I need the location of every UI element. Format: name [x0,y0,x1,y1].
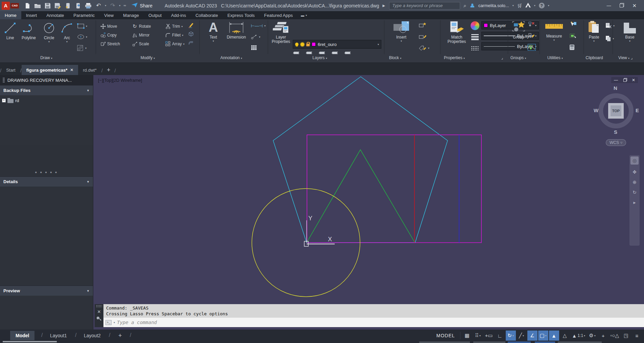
explode-icon[interactable] [188,31,194,36]
palette-splitter[interactable]: ● ● ● ● ● [0,170,93,176]
wcs-menu[interactable]: WCS ▽ [606,139,626,146]
save-icon[interactable] [44,2,51,9]
open-from-mobile-icon[interactable] [74,2,82,9]
tab-collaborate[interactable]: Collaborate [191,11,223,19]
copy-button[interactable]: Copy [100,32,132,38]
panel-label-utilities[interactable]: Utilities ▾ [547,55,563,60]
file-tab-close-icon[interactable]: ✕ [70,68,73,72]
osnap-icon[interactable]: ▢▾ [538,330,548,341]
stretch-button[interactable]: Stretch [100,41,132,47]
ortho-icon[interactable]: ∟ [495,330,505,341]
table-tool[interactable] [251,45,257,50]
hatch-tool[interactable]: ▾ [77,45,87,51]
autodesk-a-icon[interactable] [525,3,531,9]
group-button[interactable]: Group [510,21,527,40]
layer-properties-button[interactable]: Layer Properties [270,21,291,44]
command-grip-icon[interactable] [96,305,102,307]
group-selection-toggle[interactable] [528,44,535,50]
preview-collapse-icon[interactable]: ▼ [87,289,90,293]
panel-label-layers[interactable]: Layers ▾ [312,55,327,60]
save-to-mobile-icon[interactable] [64,2,72,9]
panel-label-clipboard[interactable]: Clipboard [586,55,603,60]
otrack-icon[interactable]: ∠ [527,330,538,341]
panel-label-draw[interactable]: Draw ▾ [40,55,52,60]
insert-button[interactable]: Insert▾ [389,21,413,43]
linear-dimension-tool[interactable]: ⊢—⊣▾ [251,23,266,28]
grid-icon[interactable]: ▦ [462,330,472,341]
minimize-button[interactable]: — [606,3,611,8]
tab-featured-apps[interactable]: Featured Apps [259,11,297,19]
fillet-button[interactable]: Fillet▾ [165,32,191,38]
annotation-autoscale-icon[interactable]: △ [560,330,570,341]
tab-annotate[interactable]: Annotate [42,11,69,19]
viewcube-south[interactable]: S [614,129,617,135]
match-properties-button[interactable]: Match Properties [444,21,470,44]
help-icon[interactable]: ? [539,3,545,8]
new-layout-button[interactable]: + [113,331,127,340]
linetype-icon[interactable] [471,46,479,50]
group-edit-tool[interactable] [528,33,535,38]
autocad-logo[interactable]: A [2,2,10,10]
steering-wheel-icon[interactable]: ◎ [630,156,639,165]
rectangle-tool[interactable]: ▾ [77,23,87,29]
command-history[interactable]: Command: _SAVEAS Crossing Lasso Press Sp… [103,304,644,318]
calculator-tool[interactable] [569,44,575,50]
orbit-icon[interactable]: ↻ [633,190,637,195]
leader-tool[interactable]: ▾ [251,34,260,40]
viewcube-west[interactable]: W [594,107,598,113]
tab-addins[interactable]: Add-ins [166,11,191,19]
scale-button[interactable]: Scale [132,41,165,47]
new-tab-button[interactable]: + [103,67,115,74]
viewport-controls[interactable]: [−][Top][2D Wireframe] [98,78,142,83]
user-avatar-icon[interactable]: 👤︎ [470,3,475,8]
tab-view[interactable]: View [99,11,118,19]
dwg-close-button[interactable]: ✕ [632,78,635,82]
tab-home[interactable]: Home [0,11,21,19]
layout1-tab[interactable]: Layout1 [45,331,72,340]
panel-label-view[interactable]: View ▾ ⌟ [618,55,633,60]
layer-on-icon[interactable] [295,43,299,46]
array-button[interactable]: Array▾ [165,41,191,47]
preview-header[interactable]: Preview ▼ [0,286,93,296]
layer-unlock-icon[interactable] [306,44,310,46]
share-button[interactable]: Share [140,3,152,8]
lineweight-icon[interactable] [471,34,479,40]
properties-dialog-launcher-icon[interactable]: ⌟ [501,55,503,60]
annotation-scale-icon[interactable]: ▲1:1▾ [571,330,587,341]
circle-button[interactable]: Circle▾ [41,21,57,43]
workspace-gear-icon[interactable]: ⚙▾ [587,330,597,341]
file-tab-active[interactable]: figura geometricas* ✕ [22,65,78,75]
path-expand-icon[interactable]: ▶ [383,4,385,7]
drawing-canvas[interactable]: Y X [−][Top][2D Wireframe] — ✕ N S W E T… [93,75,644,329]
trim-button[interactable]: Trim▾ [165,24,191,29]
block-edit-tool[interactable] [419,33,427,40]
select-similar-tool[interactable] [569,33,577,39]
erase-icon[interactable] [188,22,194,28]
close-button[interactable]: ✕ [632,3,637,9]
panel-label-annotation[interactable]: Annotation ▾ [220,55,242,60]
isodraft-icon[interactable]: ╱▾ [517,330,527,341]
command-input-row[interactable]: >_ ▾ [103,318,644,327]
tab-parametric[interactable]: Parametric [69,11,99,19]
command-wrench-icon[interactable] [97,316,101,322]
undo-icon[interactable]: ↶ [95,2,102,9]
model-space-badge[interactable]: MODEL [433,333,458,338]
details-header[interactable]: Details ▼ [0,176,93,187]
snap-mode-icon[interactable]: ⠿▾ [473,330,483,341]
ribbon-display-toggle[interactable]: ▬▾ [297,11,310,19]
save-as-icon[interactable] [54,2,62,9]
palette-title-bar[interactable]: DRAWING RECOVERY MANA... [0,75,93,85]
new-file-icon[interactable] [24,2,31,9]
search-input[interactable] [389,2,460,9]
cart-icon[interactable]: 🛒︎ [517,3,522,8]
line-button[interactable]: Line [3,21,18,40]
layer-dropdown-caret-icon[interactable]: ▾ [378,43,379,46]
ellipse-tool[interactable]: ▾ [77,34,87,40]
tab-output[interactable]: Output [144,11,166,19]
isolate-objects-icon[interactable]: ▫○△ [609,330,620,341]
layer-thaw-icon[interactable] [301,43,304,46]
qat-customize-icon[interactable]: ≂ [123,3,126,8]
rotate-button[interactable]: ↻Rotate [132,24,165,29]
navigation-bar[interactable]: ◎ ✥ ⊕ ↻ ▸ [629,155,640,246]
open-folder-icon[interactable] [34,2,41,9]
